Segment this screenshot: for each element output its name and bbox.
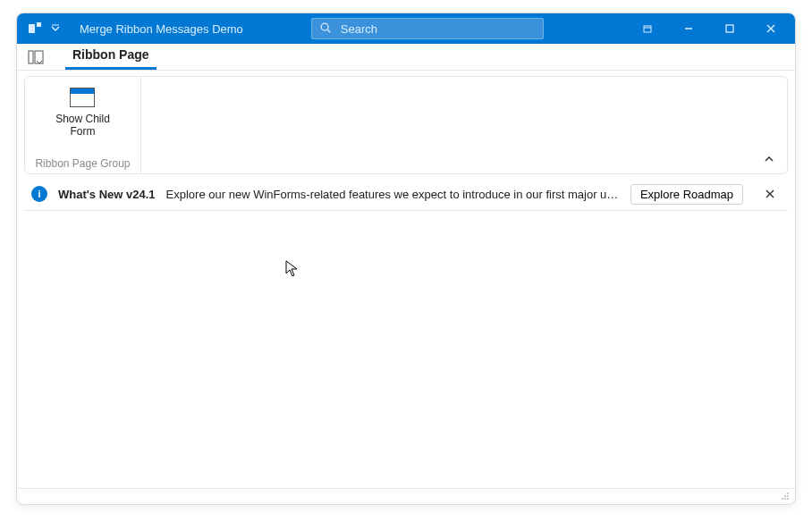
ribbon-tabstrip: Ribbon Page [17,44,795,71]
resize-grip-icon[interactable] [781,492,790,502]
mdi-restore-button[interactable] [627,13,668,44]
svg-point-3 [321,23,328,30]
app-title: Merge Ribbon Messages Demo [80,22,243,36]
maximize-button[interactable] [709,13,750,44]
svg-rect-1 [37,22,41,27]
statusbar [17,488,795,504]
search-box[interactable] [311,18,544,39]
svg-rect-0 [29,24,35,33]
window-controls [627,13,791,44]
form-icon [70,88,95,107]
svg-point-20 [787,498,789,500]
svg-rect-8 [726,25,733,32]
layout-toggle-button[interactable] [24,45,47,70]
app-icon [28,21,42,36]
tab-label: Ribbon Page [72,47,149,62]
svg-point-18 [782,498,783,500]
svg-point-16 [784,495,786,497]
ribbon-panel: Show Child Form Ribbon Page Group [24,76,788,174]
minimize-button[interactable] [668,13,709,44]
explore-roadmap-button[interactable]: Explore Roadmap [630,184,743,205]
svg-point-17 [787,495,789,497]
infobar-text: Explore our new WinForms-related feature… [166,188,620,201]
svg-rect-5 [644,26,651,32]
infobar-title: What's New v24.1 [58,188,156,201]
close-button[interactable] [750,13,791,44]
ribbon-button-label: Show Child Form [55,113,110,139]
mdi-client-area [17,211,795,488]
cursor-icon [285,260,300,281]
ribbon-group-caption: Ribbon Page Group [35,154,130,173]
svg-point-19 [784,498,786,500]
whats-new-infobar: i What's New v24.1 Explore our new WinFo… [24,178,788,211]
search-input[interactable] [339,21,536,37]
ribbon-collapse-button[interactable] [760,150,778,168]
show-child-form-button[interactable]: Show Child Form [50,84,115,142]
qat-customize-button[interactable] [49,22,62,35]
svg-point-15 [787,492,789,494]
infobar-close-button[interactable] [759,183,781,205]
tab-ribbon-page[interactable]: Ribbon Page [65,44,156,70]
svg-line-4 [327,29,330,32]
svg-rect-11 [29,51,33,63]
search-icon [319,21,332,37]
info-icon: i [31,186,47,202]
ribbon-page-group: Show Child Form Ribbon Page Group [25,77,141,173]
app-window: Merge Ribbon Messages Demo [16,13,796,505]
titlebar: Merge Ribbon Messages Demo [17,13,795,44]
